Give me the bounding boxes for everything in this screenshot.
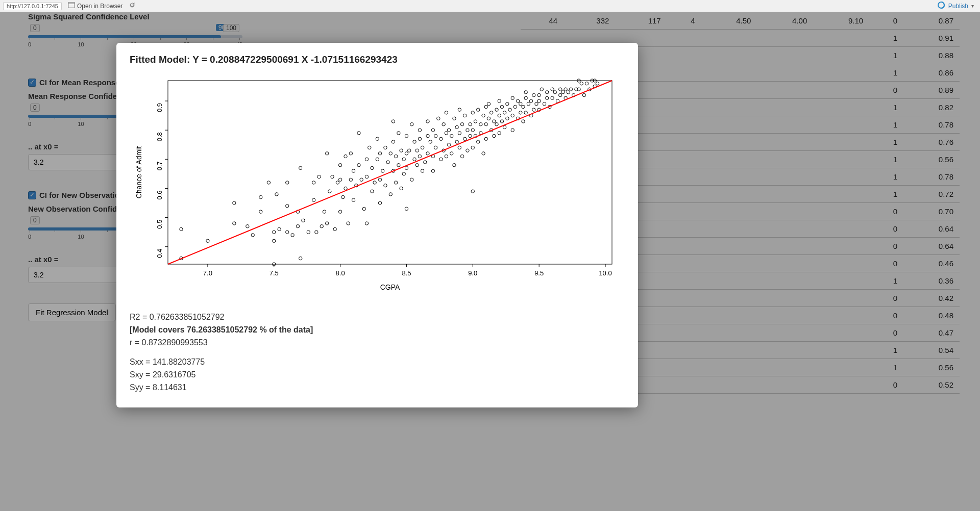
svg-point-67	[333, 227, 336, 231]
svg-point-91	[373, 181, 376, 184]
svg-point-83	[360, 178, 363, 181]
svg-point-79	[352, 169, 355, 172]
svg-point-111	[400, 149, 403, 152]
svg-point-115	[405, 152, 408, 155]
svg-point-73	[344, 187, 347, 190]
svg-point-244	[585, 82, 588, 85]
svg-point-58	[312, 181, 315, 184]
svg-point-133	[426, 120, 429, 123]
svg-point-56	[307, 231, 310, 234]
svg-point-101	[389, 193, 392, 196]
svg-point-110	[400, 187, 403, 190]
browser-window-icon	[68, 2, 75, 10]
svg-point-59	[315, 231, 318, 234]
svg-point-159	[460, 155, 463, 158]
svg-point-55	[302, 219, 305, 222]
model-stats-block: R2 = 0.762633851052792 [Model covers 76.…	[130, 311, 625, 394]
svg-point-249	[596, 82, 599, 85]
svg-point-77	[349, 152, 352, 155]
svg-point-225	[546, 91, 549, 94]
svg-point-228	[551, 96, 554, 99]
svg-point-125	[418, 137, 421, 140]
svg-point-99	[384, 146, 387, 149]
svg-point-157	[458, 132, 461, 135]
svg-point-102	[389, 152, 392, 155]
svg-point-95	[378, 152, 381, 155]
regression-scatter-plot: 7.07.58.08.59.09.510.00.40.50.60.70.80.9…	[132, 75, 622, 295]
svg-point-86	[365, 175, 368, 178]
svg-point-130	[424, 161, 427, 164]
svg-point-222	[540, 88, 543, 91]
svg-text:0.5: 0.5	[156, 220, 163, 229]
svg-point-85	[365, 158, 368, 161]
svg-point-175	[479, 123, 482, 126]
svg-point-173	[477, 108, 480, 111]
svg-point-166	[469, 134, 472, 137]
svg-point-164	[466, 149, 469, 152]
svg-point-42	[273, 239, 276, 242]
svg-point-194	[500, 105, 503, 108]
svg-point-139	[434, 146, 437, 149]
svg-point-126	[418, 155, 421, 158]
svg-point-118	[407, 149, 410, 152]
svg-point-98	[384, 184, 387, 187]
modal-title: Fitted Model: Y = 0.208847229500691 X -1…	[130, 54, 625, 65]
svg-point-100	[386, 161, 389, 164]
svg-point-206	[519, 111, 522, 114]
svg-point-46	[278, 227, 281, 231]
svg-point-40	[259, 195, 262, 198]
svg-point-221	[537, 99, 541, 103]
svg-point-131	[426, 134, 429, 137]
svg-point-124	[415, 149, 419, 152]
open-in-browser-button[interactable]: Open in Browser	[65, 2, 126, 10]
svg-point-154	[455, 140, 458, 143]
svg-point-88	[368, 146, 371, 149]
svg-point-162	[463, 114, 467, 117]
svg-point-150	[450, 152, 453, 155]
svg-point-74	[344, 155, 347, 158]
svg-point-216	[532, 93, 535, 96]
svg-point-141	[439, 158, 443, 161]
svg-point-229	[553, 91, 556, 94]
svg-point-64	[325, 222, 328, 225]
svg-point-105	[391, 120, 395, 123]
svg-point-218	[535, 103, 538, 106]
svg-point-38	[251, 234, 254, 237]
svg-point-68	[336, 181, 339, 184]
svg-point-61	[320, 225, 323, 228]
svg-point-236	[567, 91, 570, 94]
svg-point-160	[460, 123, 463, 126]
svg-text:8.0: 8.0	[336, 269, 345, 277]
svg-point-120	[410, 178, 413, 181]
svg-point-181	[484, 137, 487, 140]
svg-point-149	[447, 129, 450, 132]
refresh-icon[interactable]	[129, 2, 136, 10]
svg-text:9.5: 9.5	[534, 269, 544, 277]
svg-point-200	[511, 114, 514, 117]
svg-point-155	[455, 125, 458, 129]
rstudio-viewer-toolbar: http://127.0.0.1:7245 Open in Browser Pu…	[0, 0, 980, 12]
svg-point-144	[442, 123, 445, 126]
svg-point-60	[317, 175, 321, 178]
svg-point-182	[487, 117, 490, 120]
svg-point-207	[519, 103, 522, 106]
svg-point-179	[484, 105, 487, 108]
svg-text:0.9: 0.9	[156, 103, 163, 112]
svg-point-191	[498, 114, 501, 117]
svg-point-33	[180, 227, 183, 231]
svg-point-137	[431, 169, 434, 172]
svg-point-89	[371, 190, 374, 193]
svg-point-134	[429, 140, 432, 143]
svg-point-138	[434, 134, 437, 137]
svg-line-250	[168, 81, 612, 264]
svg-point-192	[498, 132, 501, 135]
svg-point-127	[418, 129, 421, 132]
svg-point-146	[445, 155, 448, 158]
svg-point-69	[338, 164, 341, 167]
svg-point-132	[426, 152, 429, 155]
svg-text:0.8: 0.8	[156, 132, 163, 141]
publish-button[interactable]: Publish ▾	[934, 1, 977, 11]
svg-point-147	[445, 111, 448, 114]
svg-text:0.7: 0.7	[156, 161, 163, 170]
svg-point-231	[559, 88, 562, 91]
